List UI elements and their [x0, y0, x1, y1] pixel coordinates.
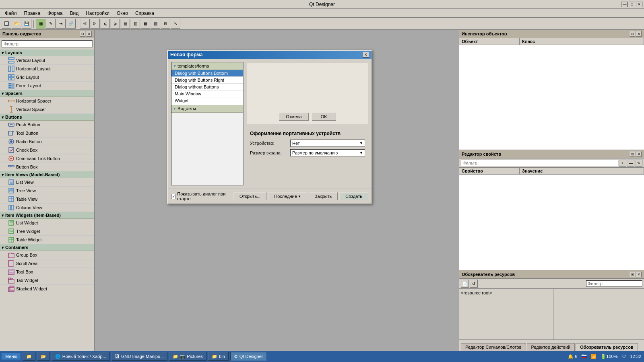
category-buttons[interactable]: Buttons [0, 114, 94, 121]
toolbar-edit-mode[interactable]: ✎ [46, 19, 56, 29]
template-dialog-bottom[interactable]: Dialog with Buttons Bottom [171, 70, 243, 77]
widgets-header[interactable]: ▸ Виджеты [171, 105, 243, 113]
menu-window[interactable]: Окно [114, 10, 131, 17]
widget-list-widget[interactable]: List Widget [0, 219, 94, 227]
toolbar-buddy[interactable]: 🔗 [66, 19, 76, 29]
toolbar-layout-v[interactable]: ▥ [130, 19, 140, 29]
category-item-widgets[interactable]: Item Widgets (Item-Based) [0, 212, 94, 219]
taskbar-item-browser[interactable]: 🌐 Новый топик / Хабр... [52, 352, 110, 361]
toolbar-align-top[interactable]: ⫺ [110, 19, 120, 29]
widget-grid-layout[interactable]: Grid Layout [0, 73, 94, 82]
toolbar-new[interactable]: 🔲 [2, 19, 11, 29]
widget-scroll-area[interactable]: Scroll Area [0, 259, 94, 268]
resource-new-btn[interactable]: 📄 [461, 280, 469, 288]
toolbar-layout-f[interactable]: ▧ [151, 19, 160, 29]
taskbar-item-folder2[interactable]: 📂 [37, 352, 50, 361]
resource-undo-btn[interactable]: ↺ [470, 280, 478, 288]
minimize-button[interactable]: — [621, 2, 628, 7]
toolbar-align-left[interactable]: ⫷ [80, 19, 90, 29]
tab-signals[interactable]: Редактор Сигналов/Слотов [461, 343, 526, 351]
template-main-window[interactable]: Main Window [171, 90, 243, 97]
obj-inspector-close[interactable]: ✕ [636, 31, 642, 37]
menu-help[interactable]: Справка [132, 10, 157, 17]
widget-tree-widget[interactable]: Tree Widget [0, 227, 94, 236]
widget-button-box[interactable]: Button Box [0, 163, 94, 171]
device-select[interactable]: Нет ▼ [290, 140, 365, 147]
widget-table-widget[interactable]: Table Widget [0, 236, 94, 244]
recent-button[interactable]: Последние ▼ [268, 192, 307, 200]
widget-command-link-button[interactable]: Command Link Button [0, 154, 94, 163]
widget-horizontal-spacer[interactable]: Horizontal Spacer [0, 97, 94, 105]
taskbar-item-files[interactable]: 📁 [23, 352, 35, 361]
widget-push-button[interactable]: Push Button [0, 121, 94, 129]
widget-table-view[interactable]: Table View [0, 195, 94, 204]
widget-vertical-layout[interactable]: Vertical Layout [0, 56, 94, 65]
toolbar-widget-mode[interactable]: ▦ [36, 19, 45, 29]
obj-inspector-restore[interactable]: ⊡ [630, 31, 635, 37]
toolbar-save[interactable]: 💾 [22, 19, 31, 29]
open-button[interactable]: Открыть... [233, 192, 266, 200]
screen-size-select[interactable]: Размер по умолчанию ▼ [290, 149, 365, 156]
preview-ok-btn[interactable]: OK [312, 113, 336, 121]
panel-restore-btn[interactable]: ⊡ [80, 31, 85, 37]
templates-header[interactable]: ▾ templates/forms [171, 62, 243, 70]
tab-actions[interactable]: Редактор действий [527, 343, 575, 351]
widget-group-box[interactable]: GB Group Box [0, 251, 94, 259]
template-dialog-no-buttons[interactable]: Dialog without Buttons [171, 84, 243, 90]
category-layouts[interactable]: Layouts [0, 49, 94, 56]
widget-tool-button[interactable]: Tool Button [0, 129, 94, 138]
close-button[interactable]: ✕ [636, 2, 642, 7]
toolbar-align-right[interactable]: ⫹ [100, 19, 110, 29]
toolbar-adjust-size[interactable]: ⤡ [171, 19, 180, 29]
toolbar-tab-order[interactable]: ⇥ [56, 19, 66, 29]
dialog-close-button[interactable]: ✕ [363, 52, 369, 58]
toolbar-layout-g[interactable]: ▦ [140, 19, 150, 29]
taskbar-item-designer[interactable]: ⚙ Qt Designer [230, 352, 267, 361]
prop-editor-close[interactable]: ✕ [636, 151, 642, 157]
category-spacers[interactable]: Spacers [0, 90, 94, 97]
widget-tool-box[interactable]: Tool Box [0, 268, 94, 276]
widget-list-view[interactable]: List View [0, 178, 94, 187]
resource-filter-input[interactable] [586, 280, 642, 287]
panel-close-btn[interactable]: ✕ [86, 31, 92, 37]
widget-tree-view[interactable]: Tree View [0, 187, 94, 195]
taskbar-start-button[interactable]: Меню [2, 353, 21, 360]
menu-file[interactable]: Файл [2, 10, 20, 17]
template-widget[interactable]: Widget [171, 97, 243, 104]
widget-filter-input[interactable] [2, 40, 93, 47]
widget-column-view[interactable]: Column View [0, 204, 94, 212]
preview-cancel-btn[interactable]: Отмена [279, 113, 308, 121]
widget-stacked-widget[interactable]: Stacked Widget [0, 285, 94, 293]
widget-vertical-spacer[interactable]: Vertical Spacer [0, 105, 94, 114]
menu-settings[interactable]: Настройки [83, 10, 113, 17]
widget-tab-widget[interactable]: Tab Widget [0, 276, 94, 285]
toolbar-layout-h[interactable]: ▤ [120, 19, 130, 29]
widget-radio-button[interactable]: Radio Button [0, 138, 94, 146]
category-containers[interactable]: Containers [0, 244, 94, 251]
prop-filter-add[interactable]: + [619, 159, 626, 167]
toolbar-align-center[interactable]: ⫸ [90, 19, 100, 29]
prop-editor-restore[interactable]: ⊡ [630, 151, 635, 157]
taskbar-item-pictures[interactable]: 📁 📷 Pictures [169, 352, 206, 361]
widget-check-box[interactable]: Check Box [0, 146, 94, 154]
prop-filter-minus[interactable]: — [627, 159, 634, 167]
tab-resources[interactable]: Обозреватель ресурсов [576, 343, 638, 351]
close-dialog-button[interactable]: Закрыть [309, 192, 338, 200]
toolbar-open[interactable]: 📂 [12, 19, 21, 29]
widget-form-layout[interactable]: Form Layout [0, 82, 94, 90]
create-button[interactable]: Создать [339, 192, 368, 200]
toolbar-break-layout[interactable]: ⊟ [161, 19, 170, 29]
maximize-button[interactable]: □ [629, 2, 635, 7]
menu-form[interactable]: Форма [44, 10, 66, 17]
category-item-views[interactable]: Item Views (Model-Based) [0, 171, 94, 178]
show-dialog-checkbox[interactable]: ✓ [171, 194, 175, 199]
menu-view[interactable]: Вид [66, 10, 82, 17]
property-filter-input[interactable] [461, 160, 618, 166]
resource-browser-restore[interactable]: ⊡ [630, 272, 635, 277]
widget-horizontal-layout[interactable]: Horizontal Layout [0, 65, 94, 73]
template-dialog-right[interactable]: Dialog with Buttons Right [171, 77, 243, 84]
prop-filter-edit[interactable]: ✎ [635, 159, 642, 167]
taskbar-item-gimp[interactable]: 🖼 GNU Image Manipu... [111, 352, 167, 361]
taskbar-item-bin[interactable]: 📁 bin [208, 352, 229, 361]
resource-browser-close[interactable]: ✕ [636, 272, 642, 277]
